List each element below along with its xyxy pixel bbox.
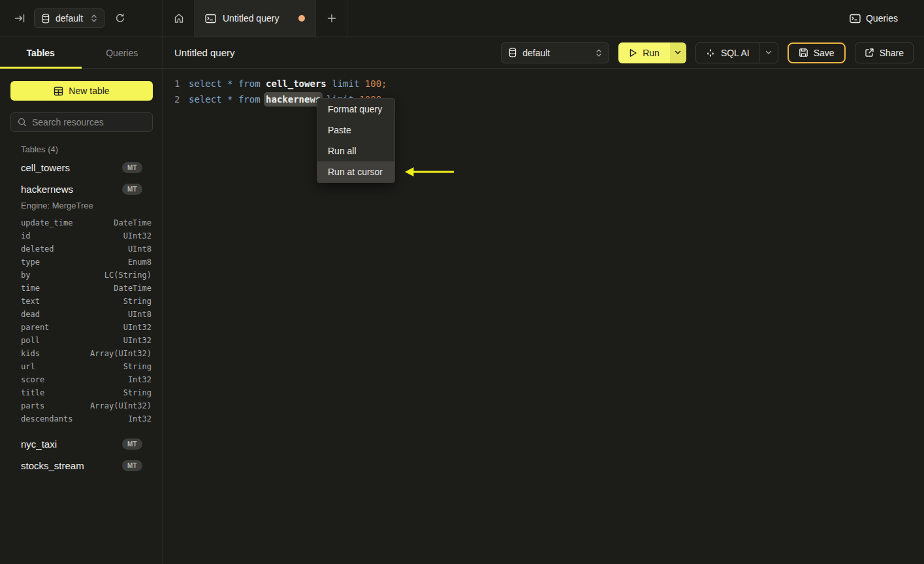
- table-row[interactable]: hackernewsMT: [0, 178, 163, 200]
- run-split-button: Run: [618, 42, 686, 63]
- column-name: title: [21, 386, 44, 399]
- queries-button[interactable]: Queries: [850, 13, 898, 24]
- column-row: deadUInt8: [0, 308, 163, 321]
- column-row: titleString: [0, 386, 163, 399]
- table-name: hackernews: [21, 184, 122, 195]
- topbar: default Untitled query: [0, 0, 924, 37]
- search-input[interactable]: [32, 117, 146, 127]
- editor-context-menu: Format queryPasteRun allRun at cursor: [317, 98, 395, 183]
- sql-ai-options-caret[interactable]: [759, 43, 778, 63]
- table-columns-list: update_timeDateTimeidUInt32deletedUInt8t…: [0, 216, 163, 425]
- database-selector-topbar[interactable]: default: [34, 8, 104, 28]
- column-type: UInt32: [123, 321, 151, 334]
- home-button[interactable]: [163, 0, 195, 37]
- code-token: [222, 94, 227, 105]
- column-name: kids: [21, 347, 40, 360]
- column-type: UInt8: [128, 308, 151, 321]
- database-selector-toolbar[interactable]: default: [501, 42, 609, 63]
- refresh-icon: [115, 13, 125, 24]
- refresh-button[interactable]: [111, 9, 129, 27]
- updown-chevron-icon: [91, 14, 97, 23]
- page-title: Untitled query: [174, 47, 235, 58]
- code-token: cell_towers: [266, 78, 327, 89]
- annotation-arrow: [402, 165, 456, 179]
- chevron-down-icon: [765, 50, 772, 55]
- column-row: parentUInt32: [0, 321, 163, 334]
- code-token: select: [189, 78, 222, 89]
- column-type: Array(UInt32): [90, 399, 151, 412]
- table-name: cell_towers: [21, 162, 122, 173]
- menu-item-paste[interactable]: Paste: [317, 120, 394, 141]
- table-name: stocks_stream: [21, 460, 122, 471]
- menu-item-format-query[interactable]: Format query: [317, 99, 394, 120]
- share-button-label: Share: [880, 48, 904, 58]
- run-button[interactable]: Run: [618, 42, 670, 63]
- column-type: Int32: [128, 373, 151, 386]
- home-icon: [174, 13, 184, 24]
- table-row[interactable]: nyc_taxiMT: [0, 433, 163, 455]
- column-name: dead: [21, 308, 40, 321]
- share-button[interactable]: Share: [855, 42, 914, 63]
- code-token: [261, 78, 266, 89]
- column-row: partsArray(UInt32): [0, 399, 163, 412]
- table-name: nyc_taxi: [21, 439, 122, 450]
- tab-strip: Untitled query: [163, 0, 347, 37]
- run-options-caret[interactable]: [670, 42, 686, 63]
- main-header: Untitled query default: [163, 37, 924, 69]
- code-line: 2select * from hackernews limit 1000: [163, 91, 924, 107]
- tables-section-label: Tables (4): [0, 144, 163, 154]
- column-name: id: [21, 229, 30, 242]
- table-engine-badge: MT: [122, 162, 142, 173]
- sql-ai-button[interactable]: SQL AI: [696, 43, 759, 63]
- menu-item-run-all[interactable]: Run all: [317, 141, 394, 161]
- sparkles-icon: [705, 48, 716, 58]
- code-token: select: [189, 94, 222, 105]
- sidebar-tab-queries[interactable]: Queries: [82, 37, 163, 68]
- table-engine-badge: MT: [122, 439, 142, 450]
- column-name: parts: [21, 399, 44, 412]
- column-row: descendantsInt32: [0, 412, 163, 425]
- new-table-button[interactable]: New table: [10, 81, 153, 101]
- search-box[interactable]: [10, 112, 153, 132]
- column-name: text: [21, 295, 40, 308]
- column-type: UInt32: [123, 229, 151, 242]
- column-row: deletedUInt8: [0, 242, 163, 256]
- plus-icon: [327, 14, 336, 23]
- save-button[interactable]: Save: [788, 42, 846, 63]
- terminal-icon: [205, 14, 216, 24]
- sidebar: Tables Queries New table Tables (4) cell…: [0, 37, 163, 564]
- sidebar-tab-queries-label: Queries: [106, 48, 138, 58]
- table-row[interactable]: cell_towersMT: [0, 157, 163, 178]
- sidebar-tab-tables[interactable]: Tables: [0, 37, 82, 68]
- chevron-down-icon: [675, 50, 681, 55]
- column-type: String: [123, 360, 151, 373]
- sql-editor[interactable]: 1select * from cell_towers limit 100;2se…: [163, 69, 924, 107]
- column-type: UInt32: [123, 334, 151, 347]
- sql-ai-split-button: SQL AI: [695, 42, 778, 63]
- column-type: String: [123, 386, 151, 399]
- save-button-label: Save: [814, 48, 835, 58]
- updown-chevron-icon: [596, 48, 602, 58]
- collapse-sidebar-button[interactable]: [10, 9, 29, 27]
- column-type: Array(UInt32): [90, 347, 151, 360]
- sidebar-tabs: Tables Queries: [0, 37, 163, 69]
- selected-token: hackernews: [266, 94, 321, 105]
- new-tab-button[interactable]: [316, 0, 347, 37]
- line-number: 1: [163, 76, 189, 91]
- table-row[interactable]: stocks_streamMT: [0, 455, 163, 476]
- code-text: select * from cell_towers limit 100;: [189, 76, 387, 91]
- code-token: [261, 94, 266, 105]
- tab-untitled-query[interactable]: Untitled query: [195, 0, 316, 37]
- column-name: poll: [21, 334, 40, 347]
- column-row: kidsArray(UInt32): [0, 347, 163, 360]
- column-type: DateTime: [114, 216, 151, 229]
- column-name: type: [21, 256, 40, 269]
- code-token: from: [238, 78, 261, 89]
- column-row: scoreInt32: [0, 373, 163, 386]
- menu-item-run-at-cursor[interactable]: Run at cursor: [317, 161, 394, 182]
- column-row: urlString: [0, 360, 163, 373]
- new-table-button-label: New table: [69, 86, 109, 96]
- app: default Untitled query: [0, 0, 924, 564]
- column-type: LC(String): [104, 269, 151, 282]
- column-name: deleted: [21, 242, 54, 256]
